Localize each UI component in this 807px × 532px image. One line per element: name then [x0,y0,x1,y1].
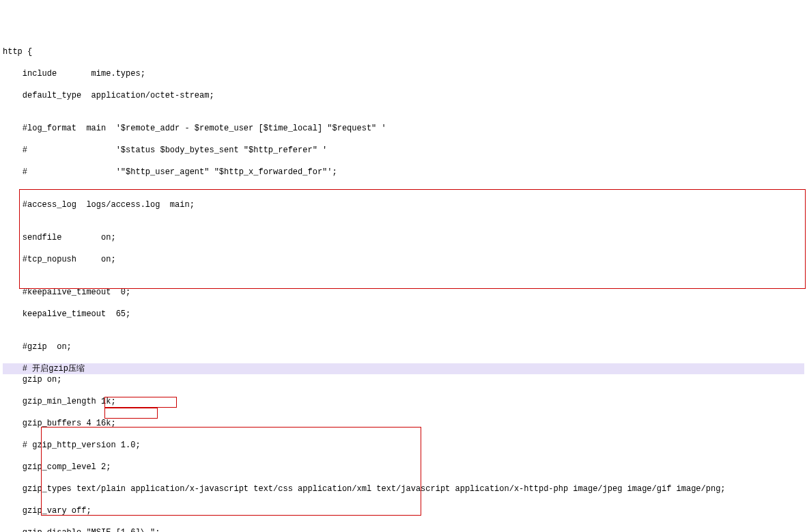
code-line: gzip_types text/plain application/x-java… [3,484,804,494]
code-line: keepalive_timeout 65; [3,309,804,320]
code-line: #keepalive_timeout 0; [3,287,804,298]
code-line: gzip_buffers 4 16k; [3,418,804,429]
code-line: #access_log logs/access.log main; [3,199,804,210]
code-line: #log_format main '$remote_addr - $remote… [3,123,804,134]
code-line: #tcp_nopush on; [3,254,804,265]
code-line: gzip_min_length 1k; [3,396,804,407]
code-line: http { [3,46,804,57]
highlight-box-index [104,408,158,419]
code-line: gzip_disable "MSIE [1-6]\."; [3,527,804,532]
code-line: # '"$http_user_agent" "$http_x_forwarded… [3,167,804,178]
code-line: default_type application/octet-stream; [3,90,804,101]
code-line: #gzip on; [3,341,804,352]
code-line: # gzip_http_version 1.0; [3,440,804,451]
code-line: # '$status $body_bytes_sent "$http_refer… [3,145,804,156]
code-line-current: # 开启gzip压缩 [3,363,804,374]
code-line: gzip on; [3,374,804,385]
code-line: gzip_comp_level 2; [3,462,804,473]
code-line: gzip_vary off; [3,505,804,516]
code-line: include mime.types; [3,68,804,79]
code-line: sendfile on; [3,232,804,243]
